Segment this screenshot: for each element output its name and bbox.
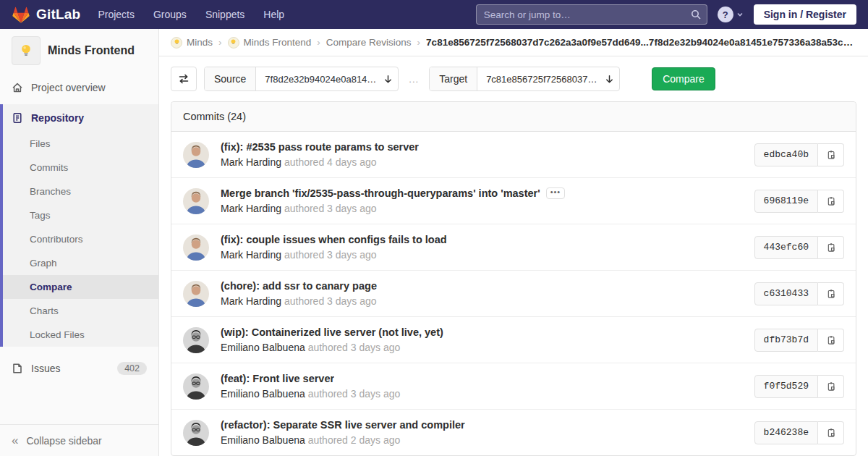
- breadcrumb-group-link[interactable]: Minds: [171, 37, 213, 48]
- project-header[interactable]: Minds Frontend: [0, 29, 158, 74]
- target-label: Target: [430, 67, 477, 90]
- sidebar-item-compare[interactable]: Compare: [3, 275, 158, 299]
- commit-row: (refactor): Separate SSR live server and…: [171, 409, 856, 455]
- clipboard-icon: [826, 150, 836, 160]
- breadcrumb-page-link[interactable]: Compare Revisions: [326, 37, 412, 48]
- commit-authored-time: authored 3 days ago: [308, 342, 401, 353]
- copy-commit-sha-button[interactable]: [818, 190, 844, 213]
- navbar-item-help[interactable]: Help: [263, 9, 284, 20]
- commit-author-avatar[interactable]: [183, 327, 209, 353]
- sidebar-item-charts[interactable]: Charts: [3, 299, 158, 323]
- sidebar-item-locked-files[interactable]: Locked Files: [3, 323, 158, 347]
- search-icon[interactable]: [690, 9, 702, 20]
- clipboard-icon: [826, 196, 836, 206]
- avatar-photo: [183, 188, 209, 214]
- commit-sha-group: b246238e: [754, 421, 844, 444]
- sidebar-item-issues[interactable]: Issues 402: [0, 354, 158, 383]
- sidebar-item-label: Repository: [31, 112, 84, 124]
- navbar-item-snippets[interactable]: Snippets: [205, 9, 244, 20]
- commit-sha: b246238e: [754, 421, 818, 444]
- commit-author-link[interactable]: Mark Harding: [221, 295, 281, 307]
- ellipsis-icon: •••: [550, 190, 561, 195]
- sidebar-item-files[interactable]: Files: [3, 132, 158, 156]
- source-dropdown-button[interactable]: [378, 67, 398, 90]
- source-ref-dropdown[interactable]: 7f8d2e32b94024e0a814…: [256, 67, 378, 90]
- gitlab-logo[interactable]: GitLab: [12, 6, 80, 24]
- commit-author-avatar[interactable]: [183, 235, 209, 261]
- commit-author-link[interactable]: Emiliano Balbuena: [221, 388, 305, 400]
- swap-revisions-button[interactable]: [171, 67, 197, 91]
- commit-author-avatar[interactable]: [183, 188, 209, 214]
- copy-commit-sha-button[interactable]: [818, 421, 844, 444]
- sidebar-item-repository[interactable]: Repository: [3, 104, 158, 132]
- sidebar-item-tags[interactable]: Tags: [3, 203, 158, 227]
- sidebar-item-commits[interactable]: Commits: [3, 156, 158, 180]
- commit-title-link[interactable]: (feat): Front live server: [221, 373, 334, 384]
- commit-title-link[interactable]: (chore): add ssr to canary page: [221, 280, 377, 292]
- commit-sha: f0f5d529: [754, 375, 818, 398]
- lightbulb-icon: [173, 38, 181, 46]
- commit-author-link[interactable]: Mark Harding: [221, 156, 281, 168]
- clipboard-icon: [826, 335, 836, 345]
- breadcrumb: Minds › Minds Frontend › Compare Revisio…: [159, 29, 868, 56]
- target-dropdown-button[interactable]: [599, 67, 619, 90]
- commit-author-avatar[interactable]: [183, 420, 209, 446]
- collapse-sidebar-label: Collapse sidebar: [26, 435, 101, 447]
- target-ref-dropdown[interactable]: 7c81e856725f72568037…: [477, 67, 599, 90]
- commit-author-link[interactable]: Emiliano Balbuena: [221, 342, 305, 353]
- commit-author-avatar[interactable]: [183, 142, 209, 168]
- help-menu[interactable]: ?: [718, 7, 744, 22]
- source-label: Source: [205, 67, 256, 90]
- breadcrumb-current-revisions: 7c81e856725f72568037d7c262a3a0f9e57dd649…: [426, 37, 856, 48]
- compare-button[interactable]: Compare: [652, 67, 715, 90]
- commit-title-link[interactable]: (wip): Containerized live server (not li…: [221, 326, 443, 338]
- commit-author-avatar[interactable]: [183, 281, 209, 307]
- chevron-down-icon: [736, 11, 744, 18]
- copy-commit-sha-button[interactable]: [818, 329, 844, 352]
- clipboard-icon: [826, 428, 836, 438]
- commit-author-link[interactable]: Mark Harding: [221, 249, 281, 261]
- commit-author-link[interactable]: Emiliano Balbuena: [221, 434, 305, 446]
- project-sidebar: Minds Frontend Project overview Reposito…: [0, 29, 159, 456]
- sidebar-item-project-overview[interactable]: Project overview: [0, 74, 158, 101]
- commit-authored-time: authored 3 days ago: [308, 388, 401, 400]
- commit-title-link[interactable]: (fix): couple issues when configs fails …: [221, 234, 447, 245]
- collapse-chevrons-icon: «: [12, 434, 18, 447]
- sign-in-register-button[interactable]: Sign in / Register: [754, 4, 856, 25]
- navbar-menu: ProjectsGroupsSnippetsHelp: [98, 9, 284, 20]
- copy-commit-sha-button[interactable]: [818, 143, 844, 166]
- commit-row: (feat): Front live server Emiliano Balbu…: [171, 363, 856, 409]
- lightbulb-icon: [229, 38, 237, 46]
- commit-authored-time: authored 3 days ago: [284, 203, 377, 214]
- expand-commit-message-button[interactable]: •••: [546, 187, 566, 199]
- commit-row: (wip): Containerized live server (not li…: [171, 316, 856, 363]
- collapse-sidebar-button[interactable]: « Collapse sidebar: [0, 424, 158, 456]
- issues-icon: [12, 363, 23, 374]
- sidebar-item-label: Project overview: [31, 82, 106, 93]
- commit-row: (fix): #2535 pass route params to server…: [171, 132, 856, 177]
- copy-commit-sha-button[interactable]: [818, 236, 844, 259]
- commit-title-link[interactable]: (fix): #2535 pass route params to server: [221, 141, 419, 153]
- document-icon: [12, 112, 23, 124]
- search-input[interactable]: [476, 4, 707, 25]
- clipboard-icon: [826, 289, 836, 299]
- copy-commit-sha-button[interactable]: [818, 375, 844, 398]
- help-icon[interactable]: ?: [718, 7, 733, 22]
- commit-title-link[interactable]: Merge branch 'fix/2535-pass-through-quer…: [221, 187, 540, 199]
- commit-title-link[interactable]: (refactor): Separate SSR live server and…: [221, 419, 465, 431]
- commit-author-avatar[interactable]: [183, 373, 209, 400]
- commit-sha: dfb73b7d: [754, 329, 818, 352]
- arrow-down-icon: [605, 75, 614, 84]
- sidebar-item-graph[interactable]: Graph: [3, 251, 158, 275]
- copy-commit-sha-button[interactable]: [818, 282, 844, 305]
- sidebar-item-contributors[interactable]: Contributors: [3, 227, 158, 251]
- commit-sha-group: c6310433: [754, 282, 844, 305]
- source-ref-group: Source 7f8d2e32b94024e0a814…: [204, 67, 399, 91]
- revision-range-dots: ...: [409, 74, 419, 85]
- sidebar-item-branches[interactable]: Branches: [3, 180, 158, 203]
- navbar-item-groups[interactable]: Groups: [153, 9, 187, 20]
- navbar-item-projects[interactable]: Projects: [98, 9, 135, 20]
- breadcrumb-page-label: Compare Revisions: [326, 37, 412, 48]
- breadcrumb-project-link[interactable]: Minds Frontend: [228, 37, 312, 48]
- commit-author-link[interactable]: Mark Harding: [221, 203, 281, 214]
